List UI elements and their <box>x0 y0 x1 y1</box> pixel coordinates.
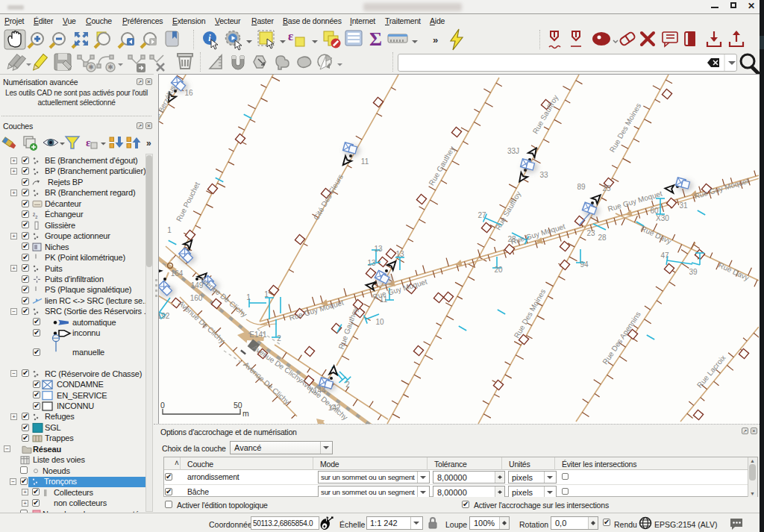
svg-text:28: 28 <box>598 234 607 242</box>
svg-text:1: 1 <box>167 226 172 234</box>
svg-text:192: 192 <box>159 312 170 320</box>
svg-text:142: 142 <box>328 404 341 412</box>
svg-text:33J: 33J <box>507 147 519 155</box>
svg-text:33: 33 <box>539 171 548 179</box>
svg-text:Rue Pouchet: Rue Pouchet <box>175 181 201 223</box>
svg-text:Rue Sauffroy: Rue Sauffroy <box>494 190 523 231</box>
svg-text:2: 2 <box>277 334 281 342</box>
svg-text:2: 2 <box>345 381 350 389</box>
svg-text:E141: E141 <box>249 331 267 339</box>
svg-text:20: 20 <box>494 266 503 274</box>
svg-text:X144: X144 <box>308 387 326 395</box>
svg-text:11: 11 <box>380 295 388 304</box>
svg-text:89: 89 <box>577 183 586 191</box>
svg-text:²₂: ²₂ <box>33 212 38 219</box>
svg-text:X30: X30 <box>656 214 669 222</box>
svg-text:ε: ε <box>288 29 293 43</box>
svg-text:13: 13 <box>367 259 376 267</box>
svg-text:10: 10 <box>375 318 384 326</box>
svg-text:Rue Des Moines: Rue Des Moines <box>513 287 547 339</box>
svg-text:25: 25 <box>602 184 611 193</box>
svg-text:1: 1 <box>246 293 251 301</box>
svg-text:94: 94 <box>580 260 589 269</box>
svg-text:16: 16 <box>184 89 193 97</box>
svg-text:164: 164 <box>171 269 184 278</box>
svg-text:47: 47 <box>660 251 669 260</box>
svg-text:Rue Davy: Rue Davy <box>717 261 750 283</box>
svg-text:28: 28 <box>507 235 516 243</box>
svg-text:31: 31 <box>679 201 688 210</box>
svg-text:149: 149 <box>191 281 204 290</box>
svg-text:160: 160 <box>190 294 203 302</box>
svg-text:27: 27 <box>478 211 486 219</box>
svg-text:23: 23 <box>586 229 595 237</box>
svg-text:50: 50 <box>234 401 242 410</box>
svg-text:m: m <box>242 409 249 418</box>
svg-text:Rue Davy: Rue Davy <box>639 225 672 246</box>
svg-text:»: » <box>433 34 438 46</box>
svg-text:13: 13 <box>374 245 383 253</box>
svg-text:Cité Des Fleurs: Cité Des Fleurs <box>312 173 345 222</box>
svg-text:39: 39 <box>689 268 698 276</box>
svg-text:1: 1 <box>264 290 269 298</box>
svg-text:0: 0 <box>160 401 165 410</box>
svg-text:13: 13 <box>395 250 404 258</box>
svg-text:Σ: Σ <box>369 28 382 50</box>
svg-text:11: 11 <box>361 157 369 166</box>
